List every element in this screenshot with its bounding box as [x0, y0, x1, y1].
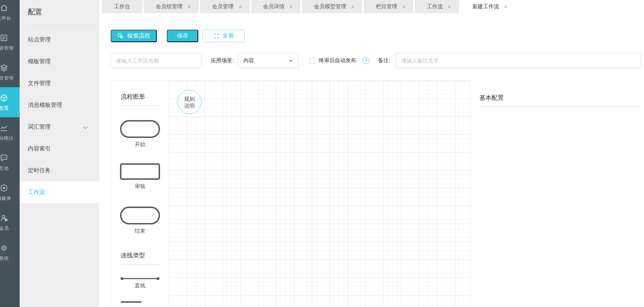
palette-shapes-title: 流程图形	[121, 93, 169, 101]
chevron-down-icon	[83, 124, 88, 129]
tab-channel-management[interactable]: 栏目管理×	[364, 0, 413, 13]
save-button[interactable]: 保存	[167, 30, 198, 42]
rail-item-workbench[interactable]: 工作台	[0, 0, 20, 27]
connector-next-clipped[interactable]	[121, 301, 141, 303]
rail-item-label: 互动	[0, 165, 9, 172]
rail-item-media[interactable]: 融媒体	[0, 177, 20, 207]
sidebar-item-site-management[interactable]: 站点管理	[20, 29, 99, 51]
dropdown-caret-icon	[289, 60, 293, 62]
sidebar-item-label: 消息模板管理	[28, 101, 62, 109]
rail-item-config[interactable]: 配置	[0, 87, 20, 117]
rail-item-label: 会员	[0, 225, 9, 232]
check-process-button[interactable]: 检查流程	[111, 30, 157, 42]
sidebar-item-template-management[interactable]: 模板管理	[20, 51, 99, 73]
shape-label: 审核	[111, 183, 169, 190]
auto-publish-checkbox[interactable]	[310, 58, 315, 64]
home-icon	[0, 3, 9, 13]
panel-divider	[479, 107, 640, 107]
close-icon[interactable]: ×	[290, 4, 293, 9]
close-icon[interactable]: ×	[448, 4, 451, 9]
tab-bar: 工作台 会员组管理× 会员管理× 会员详情× 会员模型管理× 栏目管理× 工作流…	[99, 0, 644, 13]
rail-item-interaction[interactable]: 互动	[0, 147, 20, 177]
workflow-name-input[interactable]	[111, 53, 202, 68]
main-area: 工作台 会员组管理× 会员管理× 会员详情× 会员模型管理× 栏目管理× 工作流…	[99, 0, 644, 307]
workflow-form: 应用场景: 内容 终审后自动发布 ? 备注:	[111, 53, 644, 68]
rail-item-label: 工作台	[0, 15, 11, 21]
sidebar-item-label: 内容索引	[28, 145, 51, 153]
tab-new-workflow[interactable]: 新建工作流×	[460, 0, 515, 13]
sidebar-item-file-management[interactable]: 文件管理	[20, 73, 99, 94]
flow-canvas[interactable]: 规则 说明	[169, 81, 470, 306]
note-input[interactable]	[396, 53, 641, 68]
rules-note-node: 规则 说明	[178, 90, 201, 114]
sidebar-item-workflow[interactable]: 工作流	[20, 182, 99, 203]
basic-config-panel: 基本配置	[471, 80, 644, 306]
sidebar-item-message-template[interactable]: 消息模板管理	[20, 94, 99, 116]
cube-icon	[0, 93, 9, 103]
close-icon[interactable]: ×	[351, 4, 354, 9]
connector-label: 直线	[111, 282, 169, 289]
tab-member-groups[interactable]: 会员组管理×	[144, 0, 199, 13]
rail-item-channels[interactable]: 栏目管理	[0, 57, 20, 87]
rail-item-label: 配置	[0, 105, 9, 112]
sidebar-item-label: 定时任务	[28, 167, 51, 174]
palette-lines-title: 连线类型	[121, 251, 169, 259]
layers-icon	[0, 63, 9, 73]
search-box-icon	[118, 33, 124, 39]
rail-item-label: 内容管理	[0, 45, 14, 51]
chat-icon	[0, 153, 9, 163]
auto-publish-label: 终审后自动发布	[319, 57, 356, 64]
panel-title: 基本配置	[479, 94, 640, 102]
rail-item-system[interactable]: 系统	[0, 237, 20, 267]
rail-item-members[interactable]: 会员	[0, 207, 20, 237]
sidebar-item-scheduled-tasks[interactable]: 定时任务	[20, 160, 99, 182]
chart-icon	[0, 123, 9, 133]
sidebar-title: 配置	[20, 0, 99, 17]
tab-workflow[interactable]: 工作流×	[415, 0, 459, 13]
config-sidebar: 配置 站点管理 模板管理 文件管理 消息模板管理 词汇管理 内容索引 定时任务 …	[20, 0, 99, 307]
shape-end-node[interactable]	[120, 207, 160, 224]
tab-member-detail[interactable]: 会员详情×	[251, 0, 301, 13]
rail-item-label: 网站统计	[0, 135, 14, 142]
shape-label: 结束	[111, 228, 169, 234]
fullscreen-icon	[214, 33, 219, 39]
scene-select[interactable]: 内容	[238, 53, 299, 68]
flow-workarea: 流程图形 开始 审核 结束 连线类型 直线	[111, 80, 644, 306]
sidebar-item-vocabulary[interactable]: 词汇管理	[20, 116, 99, 138]
tab-member-management[interactable]: 会员管理×	[200, 0, 250, 13]
media-icon	[0, 183, 9, 193]
close-icon[interactable]: ×	[402, 4, 405, 9]
note-label: 备注:	[378, 57, 390, 64]
shape-review-node[interactable]	[120, 163, 160, 180]
shape-start-node[interactable]	[120, 120, 160, 138]
palette-divider	[121, 264, 160, 264]
help-icon[interactable]: ?	[363, 57, 369, 64]
member-icon	[0, 213, 9, 223]
sidebar-item-label: 词汇管理	[28, 123, 51, 131]
close-icon[interactable]: ×	[239, 4, 242, 9]
main-nav-rail-inner: 工作台 内容管理 栏目管理 配置 网站统计 互动	[0, 0, 20, 267]
tab-member-model[interactable]: 会员模型管理×	[302, 0, 362, 13]
rail-item-label: 系统	[0, 255, 9, 262]
fullscreen-button[interactable]: 全屏	[203, 30, 245, 42]
close-icon[interactable]: ×	[188, 4, 191, 9]
shape-label: 开始	[111, 141, 169, 148]
rail-item-statistics[interactable]: 网站统计	[0, 117, 20, 147]
main-nav-rail: 工作台 内容管理 栏目管理 配置 网站统计 互动	[0, 0, 20, 307]
shape-palette: 流程图形 开始 审核 结束 连线类型 直线	[111, 81, 169, 306]
content-icon	[0, 33, 9, 43]
scene-select-value: 内容	[243, 57, 254, 64]
sidebar-item-label: 站点管理	[28, 36, 51, 44]
sidebar-item-label: 模板管理	[28, 58, 51, 65]
tab-workbench[interactable]: 工作台	[102, 0, 142, 13]
close-icon[interactable]: ×	[504, 4, 508, 9]
rail-item-label: 融媒体	[0, 195, 11, 202]
sidebar-item-content-index[interactable]: 内容索引	[20, 138, 99, 160]
connector-straight-line[interactable]	[121, 278, 159, 279]
rail-item-label: 栏目管理	[0, 75, 14, 81]
workflow-editor: 检查流程 保存 全屏 应用场景: 内容 终审后自动发布 ? 备注:	[99, 13, 644, 307]
rail-item-content[interactable]: 内容管理	[0, 27, 20, 57]
toolbar: 检查流程 保存 全屏	[111, 30, 644, 42]
sidebar-item-label: 工作流	[28, 189, 45, 196]
app-root: 工作台 内容管理 栏目管理 配置 网站统计 互动	[0, 0, 644, 307]
